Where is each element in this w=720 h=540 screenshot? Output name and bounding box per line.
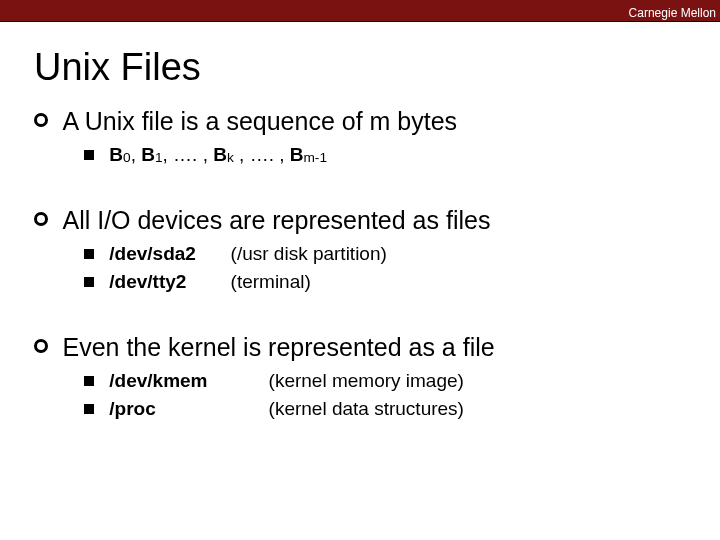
header-bar: Carnegie Mellon <box>0 0 720 22</box>
circle-bullet-icon <box>34 113 48 127</box>
device-desc: (/usr disk partition) <box>231 243 387 265</box>
byte-bm: B <box>290 144 304 165</box>
bullet-text: A Unix file is a sequence of m bytes <box>62 107 457 135</box>
square-bullet-icon <box>84 277 94 287</box>
byte-sk: k <box>227 150 234 165</box>
byte-sequence: B0, B1, …. , Bk , …. , Bm-1 <box>109 144 327 165</box>
square-bullet-icon <box>84 249 94 259</box>
circle-bullet-icon <box>34 339 48 353</box>
byte-b0: B <box>109 144 123 165</box>
byte-sm: m-1 <box>303 150 327 165</box>
bullet-item: All I/O devices are represented as files <box>34 206 720 235</box>
circle-bullet-icon <box>34 212 48 226</box>
kernel-name: /dev/kmem <box>109 370 263 392</box>
bullet-text: All I/O devices are represented as files <box>62 206 490 234</box>
square-bullet-icon <box>84 150 94 160</box>
sub-item: /dev/kmem (kernel memory image) <box>84 370 720 392</box>
sub-item: B0, B1, …. , Bk , …. , Bm-1 <box>84 144 720 166</box>
square-bullet-icon <box>84 376 94 386</box>
sub-item: /proc (kernel data structures) <box>84 398 720 420</box>
sep: , <box>131 144 142 165</box>
sub-item: /dev/tty2 (terminal) <box>84 271 720 293</box>
sub-list: B0, B1, …. , Bk , …. , Bm-1 <box>84 144 720 166</box>
byte-b1: B <box>141 144 155 165</box>
sep: , …. , <box>234 144 290 165</box>
kernel-desc: (kernel memory image) <box>269 370 464 392</box>
byte-s1: 1 <box>155 150 163 165</box>
kernel-name: /proc <box>109 398 263 420</box>
kernel-desc: (kernel data structures) <box>269 398 464 420</box>
byte-s0: 0 <box>123 150 131 165</box>
device-desc: (terminal) <box>231 271 311 293</box>
slide: Carnegie Mellon Unix Files A Unix file i… <box>0 0 720 540</box>
square-bullet-icon <box>84 404 94 414</box>
slide-title: Unix Files <box>34 46 720 89</box>
sub-item: /dev/sda2 (/usr disk partition) <box>84 243 720 265</box>
byte-bk: B <box>213 144 227 165</box>
org-name: Carnegie Mellon <box>629 6 716 20</box>
bullet-item: Even the kernel is represented as a file <box>34 333 720 362</box>
device-name: /dev/tty2 <box>109 271 217 293</box>
sub-list: /dev/kmem (kernel memory image) /proc (k… <box>84 370 720 420</box>
sep: , …. , <box>163 144 214 165</box>
bullet-item: A Unix file is a sequence of m bytes <box>34 107 720 136</box>
sub-list: /dev/sda2 (/usr disk partition) /dev/tty… <box>84 243 720 293</box>
bullet-text: Even the kernel is represented as a file <box>62 333 494 361</box>
device-name: /dev/sda2 <box>109 243 217 265</box>
slide-content: A Unix file is a sequence of m bytes B0,… <box>34 107 720 420</box>
